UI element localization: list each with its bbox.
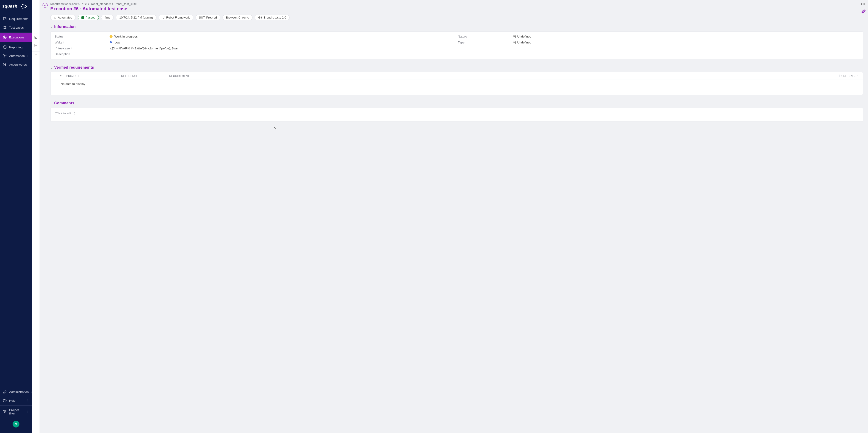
detail-tab-rail <box>32 0 40 433</box>
sort-asc-icon: ↑ <box>857 74 859 77</box>
attachments-button[interactable]: 2 <box>861 9 866 14</box>
tab-information[interactable] <box>32 26 40 33</box>
main-content: ••• 2 ← robotframework-new> e2e> robot_s… <box>40 0 868 433</box>
weight-low-icon <box>110 40 113 44</box>
breadcrumb-item[interactable]: robot_standard <box>91 2 111 6</box>
tab-comments[interactable] <box>32 41 40 49</box>
svg-point-15 <box>163 18 164 19</box>
sidebar-item-reporting[interactable]: Reporting <box>0 43 32 52</box>
svg-point-13 <box>163 17 163 17</box>
chevron-right-icon: 〉 <box>31 390 33 394</box>
col-requirement[interactable]: REQUIREMENT <box>168 74 839 77</box>
chip-label: Passed <box>86 16 95 19</box>
sidebar-item-action-words[interactable]: Action words <box>0 60 32 69</box>
automation-icon <box>3 54 7 58</box>
breadcrumb-item[interactable]: e2e <box>82 2 87 6</box>
verified-requirements-panel: # PROJECT REFERENCE REQUIREMENT CRITICAL… <box>50 72 863 95</box>
chip-label: 10/7/24, 5:22 PM (admin) <box>119 16 153 19</box>
section-title: Verified requirements <box>54 65 94 70</box>
info-label-status: Status <box>55 35 107 38</box>
framework-icon <box>162 16 165 19</box>
sidebar-item-executions[interactable]: Executions <box>0 33 32 42</box>
sidebar-item-label: Requirements <box>9 17 28 21</box>
administration-icon <box>3 390 7 394</box>
section-title: Information <box>54 25 76 29</box>
chevron-down-icon: ⌄ <box>50 102 52 105</box>
chevron-right-icon: 〉 <box>27 399 29 402</box>
info-label-type: Type <box>458 41 510 44</box>
chip-label: 4ms <box>104 16 110 19</box>
col-num[interactable]: # <box>53 74 65 77</box>
svg-rect-10 <box>36 29 36 31</box>
sidebar-item-label: Administration <box>9 390 29 394</box>
chip-label: Browser: Chrome <box>226 16 249 19</box>
info-label-rf-testcase: rf_testcase * <box>55 47 107 50</box>
svg-rect-12 <box>55 17 56 18</box>
sidebar-item-project-filter[interactable]: Project filter 〉 <box>0 406 32 417</box>
svg-text:squash: squash <box>2 4 18 8</box>
chip-label: Automated <box>58 16 72 19</box>
chevron-right-icon: 〉 <box>27 54 29 57</box>
sidebar-item-automation[interactable]: Automation 〉 <box>0 52 32 60</box>
info-value-description[interactable] <box>110 52 859 56</box>
svg-rect-4 <box>3 28 4 29</box>
chip-sut: SUT: Preprod <box>195 14 220 20</box>
chip-automated: Automated <box>50 14 76 20</box>
tab-list[interactable] <box>32 51 40 59</box>
information-panel: Status Work in progress Nature – Undefin… <box>50 31 863 59</box>
sidebar-item-help[interactable]: Help 〉 <box>0 396 32 405</box>
sidebar-item-label: Project filter <box>9 408 25 415</box>
svg-rect-2 <box>3 18 6 20</box>
svg-rect-11 <box>34 36 37 38</box>
section-title: Comments <box>54 101 74 105</box>
executions-icon <box>3 35 7 39</box>
undefined-icon: – <box>513 41 516 44</box>
svg-point-1 <box>21 6 22 7</box>
svg-rect-3 <box>3 26 4 27</box>
comments-editor[interactable]: (Click to edit...) <box>55 112 859 115</box>
chip-label: SUT: Preprod <box>199 16 217 19</box>
sidebar-item-test-cases[interactable]: Test cases <box>0 23 32 32</box>
col-criticality[interactable]: CRITICAL... ↑ <box>839 74 860 77</box>
info-value-nature[interactable]: – Undefined <box>513 35 859 38</box>
more-menu-button[interactable]: ••• <box>861 2 866 7</box>
sidebar-item-administration[interactable]: Administration 〉 <box>0 388 32 396</box>
reporting-icon <box>3 45 7 49</box>
sidebar-item-requirements[interactable]: Requirements <box>0 14 32 23</box>
section-toggle-verified-requirements[interactable]: ⌄ Verified requirements <box>50 65 863 70</box>
avatar[interactable]: S <box>12 421 20 428</box>
breadcrumb-item[interactable]: robot_test_suite <box>116 2 137 6</box>
chevron-down-icon: ⌄ <box>50 26 52 29</box>
action-words-icon <box>3 62 7 67</box>
section-toggle-information[interactable]: ⌄ Information <box>50 25 863 29</box>
col-reference[interactable]: REFERENCE <box>120 74 168 77</box>
info-value-rf-testcase[interactable]: tc[0] ^ %VAR% #<9:/&é"(-è_çà)=he | \pe(p… <box>110 47 859 50</box>
chip-row: Automated Passed 4ms 10/7/24, 5:22 PM (a… <box>40 11 868 20</box>
sidebar-item-label: Help <box>9 399 16 402</box>
chip-browser: Browser: Chrome <box>222 14 252 20</box>
status-square-icon <box>82 16 84 19</box>
help-icon <box>3 398 7 403</box>
collapse-sidebar-button[interactable]: 〈 <box>28 102 31 105</box>
chip-label: Robot Framework <box>166 16 190 19</box>
breadcrumb[interactable]: robotframework-new> e2e> robot_standard>… <box>50 2 137 6</box>
svg-point-14 <box>164 17 164 17</box>
undefined-icon: – <box>513 35 516 38</box>
info-value-type[interactable]: – Undefined <box>513 41 859 44</box>
section-toggle-comments[interactable]: ⌄ Comments <box>50 101 863 105</box>
chevron-down-icon: ⌄ <box>50 66 52 69</box>
cursor-icon: ⤡ <box>274 126 277 130</box>
back-button[interactable]: ← <box>42 3 48 8</box>
info-value-weight[interactable]: Low <box>110 40 456 44</box>
sidebar-item-label: Test cases <box>9 26 24 29</box>
svg-point-7 <box>4 55 5 57</box>
sidebar-item-label: Executions <box>9 36 24 39</box>
status-dot-icon <box>110 35 113 38</box>
info-value-status[interactable]: Work in progress <box>110 35 456 38</box>
col-project[interactable]: PROJECT <box>65 74 120 77</box>
chevron-right-icon: 〉 <box>27 410 29 413</box>
info-label-description: Description <box>55 52 107 56</box>
breadcrumb-item[interactable]: robotframework-new <box>50 2 78 6</box>
tab-steps[interactable] <box>32 33 40 41</box>
attachments-count: 2 <box>865 9 866 11</box>
